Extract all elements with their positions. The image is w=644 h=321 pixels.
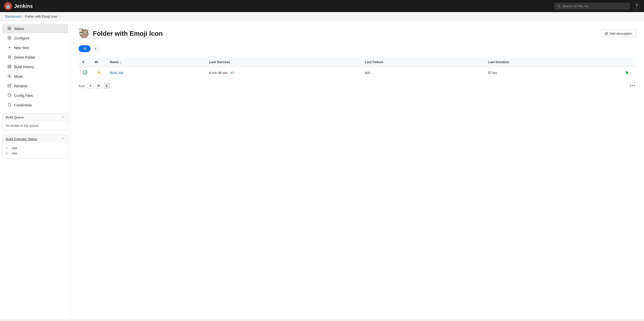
sidebar-item-credentials[interactable]: Credentials	[2, 101, 68, 110]
build-queue-title: Build Queue	[6, 115, 24, 119]
svg-rect-2	[8, 27, 11, 30]
executor-num-1: 1	[6, 146, 10, 150]
build-num-link[interactable]: #1	[231, 71, 234, 75]
edit-icon	[605, 32, 608, 35]
icon-size-l[interactable]: L	[104, 83, 110, 89]
folder-title: 🦥 Folder with Emoji Icon	[79, 28, 163, 39]
sidebar-item-new-item[interactable]: New Item	[2, 43, 68, 52]
job-link[interactable]: Build Job	[110, 71, 123, 75]
svg-point-6	[9, 37, 10, 38]
icon-size-bar: Icon: S M L •••	[79, 83, 636, 89]
sidebar-item-build-history[interactable]: Build History	[2, 62, 68, 71]
run-icon	[625, 71, 629, 75]
build-executor-header[interactable]: Build Executor Status	[2, 135, 68, 143]
main-layout: Status Configure New Item Delete Folder …	[0, 21, 644, 320]
add-description-label: Add description	[610, 32, 632, 35]
col-header-last-duration: Last Duration	[484, 58, 621, 67]
sidebar-item-credentials-label: Credentials	[14, 103, 32, 107]
configure-icon	[7, 36, 12, 41]
status-success-icon	[83, 70, 87, 75]
delete-folder-icon	[7, 55, 12, 60]
more-options-button[interactable]: •••	[630, 83, 636, 89]
sidebar-item-configure[interactable]: Configure	[2, 34, 68, 43]
build-executor-body: 1 Idle 2 Idle	[2, 143, 68, 158]
build-executor-chevron	[61, 137, 64, 141]
sidebar-item-delete-folder[interactable]: Delete Folder	[2, 53, 68, 62]
table-header-row: S W Name ↓ Last Success Last Failure Las…	[79, 58, 636, 67]
tab-add-button[interactable]: +	[92, 45, 99, 52]
breadcrumb-dashboard[interactable]: Dashboard	[5, 15, 21, 18]
executor-status-1: Idle	[12, 146, 17, 150]
status-icon	[7, 26, 12, 31]
sidebar-item-status-label: Status	[14, 27, 24, 31]
row-name: Build Job	[106, 67, 206, 79]
search-bar	[554, 3, 630, 9]
jenkins-title: Jenkins	[14, 3, 33, 9]
svg-rect-15	[8, 103, 11, 106]
build-queue-header[interactable]: Build Queue	[2, 113, 68, 121]
table-header: S W Name ↓ Last Success Last Failure Las…	[79, 58, 636, 67]
move-icon	[7, 74, 12, 79]
row-last-failure: N/A	[361, 67, 484, 79]
build-queue-panel: Build Queue No builds in the queue.	[2, 113, 68, 130]
row-last-duration: 57 ms	[484, 67, 621, 79]
executor-status-2: Idle	[12, 151, 17, 155]
header: 🤖 Jenkins ?	[0, 0, 644, 12]
sidebar-item-delete-folder-label: Delete Folder	[14, 55, 35, 59]
new-item-icon	[7, 46, 12, 50]
breadcrumb-sep-2: ›	[59, 15, 60, 18]
sidebar-item-rename[interactable]: Rename	[2, 82, 68, 91]
icon-size-m[interactable]: M	[95, 83, 102, 89]
last-success-time: 6 min 46 sec	[209, 71, 228, 75]
col-header-action	[621, 58, 636, 67]
sidebar-item-build-history-label: Build History	[14, 65, 34, 69]
rename-icon	[7, 84, 12, 88]
run-button[interactable]	[624, 70, 630, 76]
row-weather: ☀	[91, 67, 106, 79]
config-files-icon	[7, 93, 12, 98]
sidebar-item-move-label: Move	[14, 74, 23, 78]
icon-size-s[interactable]: S	[87, 83, 94, 89]
sidebar-item-rename-label: Rename	[14, 84, 27, 88]
icon-size-label: Icon:	[79, 84, 86, 88]
executor-num-2: 2	[6, 151, 10, 155]
breadcrumb-sep-1: ›	[23, 15, 24, 18]
sidebar-item-status[interactable]: Status	[2, 24, 68, 33]
col-header-s: S	[79, 58, 91, 67]
sidebar-item-config-files-label: Config Files	[14, 94, 33, 98]
sidebar-item-move[interactable]: Move	[2, 72, 68, 81]
svg-rect-12	[10, 67, 11, 68]
breadcrumb-folder: Folder with Emoji Icon	[25, 15, 57, 18]
svg-line-1	[559, 7, 560, 7]
svg-point-0	[558, 5, 560, 7]
build-queue-empty: No builds in the queue.	[6, 124, 39, 128]
search-input[interactable]	[562, 4, 627, 8]
credentials-icon	[7, 103, 12, 107]
row-action	[621, 67, 636, 79]
sidebar-item-config-files[interactable]: Config Files	[2, 91, 68, 100]
add-description-button[interactable]: Add description	[601, 30, 636, 37]
build-queue-chevron	[61, 115, 64, 119]
footer: REST API Jenkins 2.462.1	[0, 320, 644, 321]
icon-size-options: Icon: S M L	[79, 83, 110, 89]
jenkins-logo-icon: 🤖	[4, 2, 12, 10]
jenkins-logo[interactable]: 🤖 Jenkins	[4, 2, 33, 10]
sidebar: Status Configure New Item Delete Folder …	[0, 21, 70, 320]
row-last-success: 6 min 46 sec #1	[206, 67, 361, 79]
executor-row-2: 2 Idle	[6, 151, 64, 156]
tab-all[interactable]: All	[79, 45, 91, 52]
col-header-name[interactable]: Name ↓	[106, 58, 206, 67]
breadcrumb: Dashboard › Folder with Emoji Icon ›	[0, 12, 644, 21]
folder-emoji: 🦥	[79, 28, 90, 39]
build-queue-body: No builds in the queue.	[2, 121, 68, 130]
sidebar-item-new-item-label: New Item	[14, 46, 29, 50]
build-executor-title: Build Executor Status	[6, 137, 37, 141]
weather-sunny-icon: ☀	[97, 70, 101, 75]
folder-name: Folder with Emoji Icon	[93, 30, 163, 37]
svg-rect-9	[8, 65, 9, 66]
table-body: ☀ Build Job 6 min 46 sec #1 N/A 57 ms	[79, 67, 636, 79]
help-button[interactable]: ?	[633, 3, 640, 10]
table-row: ☀ Build Job 6 min 46 sec #1 N/A 57 ms	[79, 67, 636, 79]
sidebar-item-configure-label: Configure	[14, 36, 29, 40]
executor-row-1: 1 Idle	[6, 145, 64, 151]
